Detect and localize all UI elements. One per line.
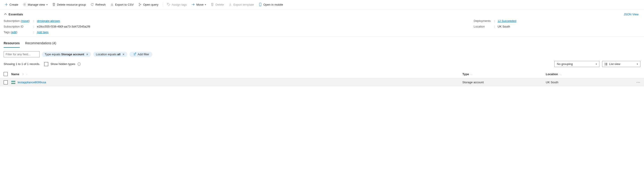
- delete-rg-label: Delete resource group: [57, 3, 86, 6]
- grouping-dropdown[interactable]: No grouping ▾: [554, 61, 600, 67]
- essentials-header: Essentials JSON View: [4, 11, 640, 17]
- sort-asc-icon: ↑: [22, 73, 24, 75]
- filter-input[interactable]: [4, 51, 40, 57]
- download-icon: [110, 3, 114, 6]
- essentials-title: Essentials: [8, 13, 23, 16]
- filter-pill-location[interactable]: Location equals all ✕: [93, 52, 127, 57]
- tab-resources[interactable]: Resources: [4, 40, 20, 48]
- chevron-down-icon: ▾: [46, 4, 48, 6]
- resource-name-link[interactable]: testappliance8099usa: [18, 81, 46, 84]
- tags-edit-link[interactable]: edit: [12, 31, 16, 34]
- location-value: UK South: [498, 25, 510, 28]
- subscription-id-label: Subscription ID: [4, 25, 33, 28]
- svg-point-4: [168, 4, 168, 4]
- move-button[interactable]: Move ▾: [190, 2, 208, 7]
- row-actions-button[interactable]: ···: [632, 80, 640, 85]
- open-mobile-label: Open in mobile: [264, 3, 283, 6]
- view-mode-dropdown[interactable]: List view ▾: [602, 61, 640, 67]
- list-icon: [604, 63, 607, 65]
- export-template-label: Export template: [234, 3, 254, 6]
- row-checkbox[interactable]: [4, 80, 8, 84]
- col-header-name[interactable]: Name ↑↓: [11, 72, 462, 76]
- subscription-link[interactable]: drmigrate-abrown: [37, 19, 60, 23]
- gear-icon: [23, 3, 26, 6]
- delete-button: Delete: [209, 2, 226, 7]
- add-tags-link[interactable]: Add tags: [37, 31, 48, 34]
- deployments-link[interactable]: 12 Succeeded: [498, 19, 516, 23]
- deployments-label: Deployments: [474, 19, 494, 23]
- records-showing: Showing 1 to 1 of 1 records.: [4, 62, 40, 66]
- show-hidden-label: Show hidden types: [50, 62, 75, 66]
- storage-account-icon: [11, 81, 15, 84]
- essentials-toggle[interactable]: Essentials: [4, 11, 23, 17]
- filter-pill-location-text: Location equals all: [96, 53, 120, 56]
- show-hidden-toggle[interactable]: Show hidden types i: [44, 62, 81, 66]
- show-hidden-checkbox[interactable]: [44, 62, 48, 66]
- records-row: Showing 1 to 1 of 1 records. Show hidden…: [0, 60, 644, 69]
- location-label: Location: [474, 25, 494, 28]
- arrow-right-icon: [191, 3, 195, 6]
- close-icon[interactable]: ✕: [122, 53, 124, 56]
- delete-rg-button[interactable]: Delete resource group: [50, 2, 88, 7]
- chevron-down-icon: ▾: [637, 63, 638, 65]
- essentials-right-col: Deployments : 12 Succeeded Location : UK…: [474, 19, 640, 34]
- chevron-up-icon: [4, 13, 7, 16]
- subscription-id-row: Subscription ID : e28cc555-f338-490f-aa7…: [4, 25, 90, 28]
- export-template-button: Export template: [227, 2, 256, 7]
- plus-icon: [4, 3, 8, 6]
- manage-view-label: Manage view: [28, 3, 45, 6]
- open-mobile-button[interactable]: Open in mobile: [257, 2, 285, 7]
- svg-point-3: [139, 5, 140, 6]
- select-all-checkbox[interactable]: [4, 72, 8, 76]
- subscription-id-value: e28cc555-f338-490f-aa73-3d472545a2f8: [37, 25, 90, 28]
- svg-point-1: [139, 3, 140, 4]
- view-mode-value: List view: [609, 62, 620, 66]
- sort-icon: ↑↓: [470, 73, 472, 76]
- tag-icon: [167, 3, 170, 6]
- col-header-type[interactable]: Type ↑↓: [462, 72, 546, 76]
- table-row[interactable]: testappliance8099usa Storage account UK …: [0, 78, 644, 86]
- close-icon[interactable]: ✕: [86, 53, 88, 56]
- trash-icon: [52, 3, 56, 6]
- subscription-move-link[interactable]: move: [22, 19, 29, 23]
- refresh-button[interactable]: Refresh: [88, 2, 108, 7]
- add-filter-button[interactable]: Add filter: [130, 52, 152, 57]
- filter-pill-type-text: Type equals Storage account: [44, 53, 84, 56]
- col-header-location[interactable]: Location ↑↓: [546, 72, 632, 76]
- trash-icon: [210, 3, 214, 6]
- svg-point-2: [140, 4, 141, 5]
- subscription-label: Subscription (move): [4, 19, 33, 23]
- create-button[interactable]: Create: [3, 2, 20, 7]
- chevron-down-icon: ▾: [596, 63, 597, 65]
- grouping-value: No grouping: [557, 62, 573, 66]
- info-icon[interactable]: i: [78, 63, 81, 66]
- open-query-button[interactable]: Open query: [136, 2, 160, 7]
- deployments-row: Deployments : 12 Succeeded: [474, 19, 640, 23]
- filter-pill-type[interactable]: Type equals Storage account ✕: [42, 52, 91, 57]
- essentials-left-col: Subscription (move) : drmigrate-abrown S…: [4, 19, 90, 34]
- records-right: No grouping ▾ List view ▾: [554, 61, 640, 67]
- chevron-down-icon: ▾: [205, 4, 206, 6]
- row-check-cell: [4, 80, 11, 84]
- filters-row: Type equals Storage account ✕ Location e…: [0, 48, 644, 60]
- row-name-cell: testappliance8099usa: [11, 81, 462, 84]
- select-all-cell: [4, 72, 11, 76]
- json-view-link[interactable]: JSON View: [624, 13, 640, 16]
- svg-point-0: [24, 4, 25, 5]
- tab-recommendations[interactable]: Recommendations (4): [25, 40, 56, 48]
- toolbar-separator: [162, 2, 163, 7]
- delete-label: Delete: [216, 3, 224, 6]
- row-location-cell: UK South: [546, 81, 632, 84]
- filter-icon: [133, 53, 136, 56]
- command-toolbar: Create Manage view ▾ Delete resource gro…: [0, 0, 644, 9]
- export-csv-button[interactable]: Export to CSV: [108, 2, 136, 7]
- table-header: Name ↑↓ Type ↑↓ Location ↑↓: [0, 70, 644, 78]
- add-filter-label: Add filter: [138, 53, 149, 56]
- manage-view-button[interactable]: Manage view ▾: [21, 2, 49, 7]
- assign-tags-label: Assign tags: [172, 3, 187, 6]
- open-query-label: Open query: [143, 3, 158, 6]
- refresh-icon: [90, 3, 94, 6]
- move-label: Move: [196, 3, 204, 6]
- resources-table: Name ↑↓ Type ↑↓ Location ↑↓ testapplianc…: [0, 70, 644, 86]
- refresh-label: Refresh: [95, 3, 106, 6]
